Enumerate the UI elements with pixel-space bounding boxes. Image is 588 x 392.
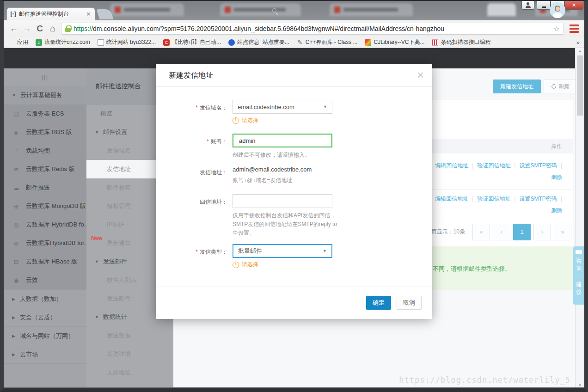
mail-type-select[interactable]: 批量邮件 ▼ — [233, 244, 332, 258]
verify-reply-address-link[interactable]: 验证回信地址 — [477, 162, 510, 169]
cjlibrary-icon — [365, 39, 371, 46]
url-scheme: https:// — [74, 25, 93, 32]
account-input[interactable] — [238, 137, 327, 145]
verify-reply-address-link[interactable]: 验证回信地址 — [477, 196, 510, 202]
edit-reply-address-link[interactable]: 编辑回信地址 — [435, 196, 468, 202]
sidebar-item-ecs[interactable]: ▤云服务器 ECS — [4, 104, 86, 123]
pagination-prev-button[interactable]: ‹ — [493, 224, 510, 240]
refresh-button[interactable]: 刷新 — [544, 80, 575, 93]
scroll-up-icon[interactable]: ▲ — [578, 49, 582, 53]
caret-right-icon: ▶ — [12, 315, 15, 320]
confirm-button[interactable]: 确定 — [366, 296, 391, 310]
sidebar-item-hbase[interactable]: ⊟云数据库 HBase 版 — [4, 252, 86, 271]
person-icon — [527, 2, 529, 5]
notice-text: 不同，请根据邮件类型选择。 — [433, 265, 511, 273]
scroll-down-icon[interactable]: ▼ — [578, 383, 582, 387]
sidebar-collapse-icon[interactable]: ||| — [4, 68, 86, 86]
background-window-tab — [487, 3, 516, 16]
cancel-button[interactable]: 取消 — [397, 296, 422, 310]
bookmark-bitcoin[interactable]: C 【比特币】自己动... — [163, 38, 221, 46]
edit-reply-address-link[interactable]: 编辑回信地址 — [435, 162, 468, 169]
bookmark-barcode[interactable]: 条码扫描器接口编程 — [432, 38, 490, 46]
tab-title: 邮件推送管理控制台 — [19, 10, 85, 18]
warning-icon: ! — [233, 262, 239, 268]
sidebar-item-slb[interactable]: ∴负载均衡 — [4, 141, 86, 160]
forward-button[interactable]: → — [20, 24, 33, 34]
screenshot-root: [-] 邮件推送管理控制台 ✕ ✕ ← → C ⌂ https:// dm.co… — [0, 0, 588, 392]
pagination-first-button[interactable]: « — [472, 224, 490, 240]
sidebar-group-bigdata[interactable]: ▶大数据（数加） — [4, 289, 86, 308]
feedback-widget[interactable]: 咨 询 · 建 议 — [573, 246, 584, 305]
browser-tab[interactable]: [-] 邮件推送管理控制台 ✕ — [6, 7, 95, 20]
sidebar-group-domains[interactable]: ▶域名与网站（万网） — [4, 326, 86, 345]
tab-close-icon[interactable]: ✕ — [85, 11, 92, 18]
aliyun-favicon: [-] — [10, 11, 17, 18]
search-icon — [272, 8, 276, 12]
background-window-tab — [330, 3, 413, 16]
sidebar-group-marketplace[interactable]: ▶云市场 — [4, 345, 86, 363]
sidebar-item-yunxiao[interactable]: ◉云效 — [4, 271, 86, 289]
c-logo-icon: C — [163, 39, 170, 46]
sidebar-item-rds[interactable]: ◈云数据库 RDS 版 — [4, 123, 86, 141]
menu-invalid-addresses[interactable]: 无效地址 — [86, 363, 173, 382]
products-sidebar: ||| ▼ 云计算基础服务 ▤云服务器 ECS ◈云数据库 RDS 版 ∴负载均… — [4, 68, 86, 388]
bookmark-cnzz[interactable]: z 流量统计cnzz.com — [36, 38, 90, 46]
load-balancer-icon: ∴ — [12, 147, 20, 154]
bookmark-cpp-lib[interactable]: ✎ C++界面库 - Class ... — [297, 38, 358, 46]
address-bar[interactable]: https:// dm.console.aliyun.com/?spm=5176… — [61, 23, 564, 35]
dialog-title: 新建发信地址 — [169, 71, 213, 80]
field-label-domain: *发信域名： — [156, 104, 227, 112]
bookmark-cjlibrary[interactable]: CJLibrary--VC下高... — [365, 38, 424, 46]
field-label-reply: 回信地址： — [156, 198, 227, 206]
delete-link[interactable]: 删除 — [551, 174, 562, 180]
secure-padlock-icon — [65, 28, 71, 32]
back-button[interactable]: ← — [7, 24, 20, 34]
select-caret-icon: ▼ — [323, 104, 327, 109]
menu-send-data[interactable]: 发送数据 — [86, 326, 173, 345]
domain-select[interactable]: email.codestribe.com ▼ — [233, 100, 332, 114]
bookmark-apps[interactable]: 应用 — [8, 38, 28, 46]
set-smtp-password-link[interactable]: 设置SMTP密码 — [520, 196, 557, 202]
bookmark-site-info[interactable]: 站点信息_站点重要... — [228, 38, 289, 46]
pagination-page-1[interactable]: 1 — [513, 224, 531, 240]
account-hint: 创建后不可修改，请谨慎输入。 — [233, 151, 310, 159]
browser-profile-button[interactable] — [521, 1, 534, 10]
pagination-last-button[interactable]: » — [554, 224, 571, 240]
dialog-close-icon[interactable]: × — [417, 68, 424, 82]
sidebar-item-redis[interactable]: ≋云数据库 Redis 版 — [4, 160, 86, 178]
pagination-next-button[interactable]: › — [533, 224, 551, 240]
address-formula-hint: 账号+@+域名=发信地址 — [233, 176, 292, 185]
chat-bubble-icon — [576, 250, 582, 254]
select-caret-icon: ▼ — [323, 249, 327, 253]
sidebar-group-security[interactable]: ▶安全（云盾） — [4, 308, 86, 326]
page-scrollbar[interactable]: ▲ ▼ — [575, 48, 584, 388]
url-text: dm.console.aliyun.com/?spm=5176.20205200… — [93, 25, 551, 32]
sidebar-item-hybriddb-1[interactable]: ◎云数据库 HybridDB fo... — [4, 215, 86, 234]
reply-address-input[interactable] — [238, 197, 327, 205]
browser-menu-button[interactable] — [568, 23, 581, 34]
sidebar-item-hybriddb-2[interactable]: ⊛云数据库HybridDB for... — [4, 234, 86, 252]
reply-address-input-wrap — [233, 194, 332, 208]
sidebar-item-mongodb[interactable]: ⊕云数据库 MongoDB 版 — [4, 197, 86, 215]
new-sender-address-dialog: 新建发信地址 × *发信域名： email.codestribe.com ▼ !… — [156, 64, 432, 319]
bookmark-star-icon[interactable]: ☆ — [553, 24, 560, 33]
site-icon — [228, 39, 235, 46]
refresh-icon — [551, 84, 557, 89]
hbase-icon: ⊟ — [12, 258, 20, 265]
new-sender-address-button[interactable]: 新建发信地址 — [493, 80, 541, 93]
reload-button[interactable]: C — [33, 24, 46, 34]
sidebar-group-cloud-basics[interactable]: ▼ 云计算基础服务 — [4, 86, 86, 104]
home-button[interactable]: ⌂ — [46, 24, 59, 34]
window-close-button[interactable]: ✕ — [564, 1, 583, 10]
delete-link[interactable]: 删除 — [551, 207, 562, 214]
bookmarks-overflow-chevron[interactable]: » — [576, 39, 580, 46]
page-icon — [98, 39, 104, 46]
set-smtp-password-link[interactable]: 设置SMTP密码 — [520, 162, 557, 169]
avatar-image — [550, 2, 565, 18]
mongodb-icon: ⊕ — [12, 203, 20, 210]
window-minimize-button[interactable] — [537, 1, 551, 10]
scrollbar-thumb[interactable] — [577, 55, 583, 116]
bookmark-stats-site[interactable]: 统计网站 byu3322... — [98, 38, 156, 46]
menu-send-details[interactable]: 发送详情 — [86, 345, 173, 363]
sidebar-item-directmail[interactable]: ☁邮件推送 — [4, 178, 86, 197]
